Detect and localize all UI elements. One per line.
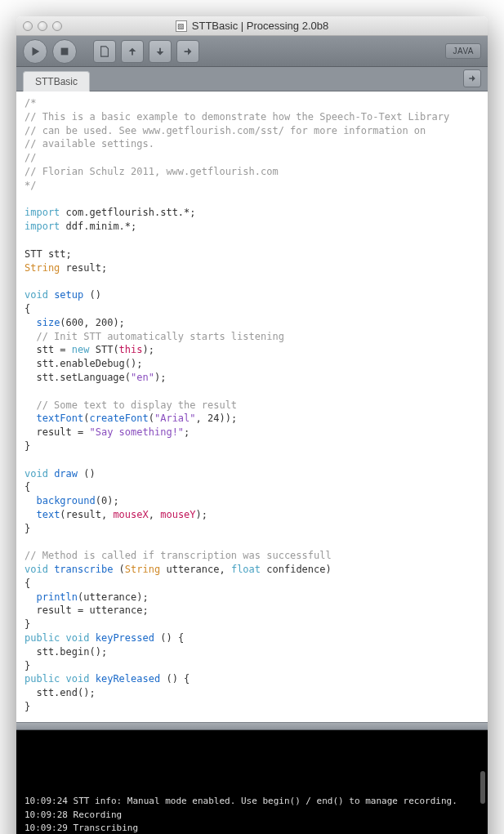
code-line[interactable] [25,385,479,399]
code-line[interactable]: result = utterance; [25,604,479,618]
pane-divider[interactable] [16,722,488,730]
close-window-icon[interactable] [23,21,33,31]
code-line[interactable]: stt.begin(); [25,645,479,659]
code-line[interactable]: // Florian Schulz 2011, www.getflourish.… [25,165,479,179]
tab-sttbasic[interactable]: STTBasic [23,71,90,91]
play-icon [29,46,41,57]
code-line[interactable]: STT stt; [25,248,479,261]
scrollbar-thumb[interactable] [480,771,485,804]
code-line[interactable] [25,193,479,207]
save-button[interactable] [149,40,172,63]
console-line: 10:09:24 STT info: Manual mode enabled. … [25,795,479,809]
new-button[interactable] [93,40,116,63]
titlebar[interactable]: ▧ STTBasic | Processing 2.0b8 [16,16,488,36]
code-line[interactable]: } [25,439,479,453]
minimize-window-icon[interactable] [38,21,47,31]
code-line[interactable]: // Some text to display the result [25,399,479,413]
code-line[interactable] [25,536,479,550]
export-button[interactable] [176,40,199,63]
code-line[interactable]: void setup () [25,288,479,302]
console-line: 10:09:29 Transcribing [25,822,479,834]
code-line[interactable]: // Method is called if transcription was… [25,549,479,563]
window-title: STTBasic | Processing 2.0b8 [192,20,328,32]
code-line[interactable]: import ddf.minim.*; [25,220,479,234]
code-line[interactable]: stt.end(); [25,686,479,700]
code-line[interactable]: { [25,480,479,494]
arrow-right-icon [467,74,477,83]
stop-icon [59,46,70,57]
stop-button[interactable] [52,39,77,64]
code-line[interactable]: println(utterance); [25,591,479,604]
code-line[interactable]: public void keyReleased () { [25,672,479,686]
run-button[interactable] [23,39,47,64]
code-line[interactable]: stt = new STT(this); [25,343,479,357]
code-line[interactable]: // This is a basic example to demonstrat… [25,110,479,124]
code-line[interactable]: } [25,659,479,673]
code-line[interactable]: // [25,151,479,165]
open-button[interactable] [121,40,144,63]
code-line[interactable]: import com.getflourish.stt.*; [25,206,479,220]
mode-selector[interactable]: JAVA [445,43,481,59]
code-line[interactable]: } [25,700,479,714]
zoom-window-icon[interactable] [52,21,62,31]
tab-strip: STTBasic [16,67,488,91]
code-line[interactable]: } [25,618,479,631]
code-line[interactable]: // can be used. See www.getflourish.com/… [25,124,479,138]
arrow-right-icon [182,46,194,57]
code-line[interactable]: String result; [25,261,479,275]
code-editor[interactable]: /*// This is a basic example to demonstr… [16,91,488,722]
code-line[interactable]: /* [25,96,479,110]
traffic-lights [23,21,62,31]
code-line[interactable]: stt.setLanguage("en"); [25,371,479,385]
code-line[interactable]: // Init STT automatically starts listeni… [25,330,479,344]
code-line[interactable]: { [25,577,479,591]
code-line[interactable]: { [25,302,479,316]
code-line[interactable] [25,453,479,467]
arrow-down-icon [154,46,166,57]
document-icon [99,46,110,57]
code-line[interactable]: background(0); [25,494,479,508]
svg-rect-0 [61,47,69,55]
code-line[interactable] [25,234,479,248]
code-line[interactable]: void transcribe (String utterance, float… [25,563,479,577]
code-line[interactable]: stt.enableDebug(); [25,357,479,371]
arrow-up-icon [127,46,138,57]
console-line: 10:09:28 Recording [25,809,479,823]
code-line[interactable]: result = "Say something!"; [25,426,479,439]
sketch-icon: ▧ [176,20,187,32]
code-line[interactable]: void draw () [25,467,479,481]
code-line[interactable]: // available settings. [25,137,479,151]
tab-menu-button[interactable] [463,69,481,87]
code-line[interactable]: public void keyPressed () { [25,631,479,645]
code-line[interactable]: textFont(createFont("Arial", 24)); [25,412,479,426]
console-output[interactable]: 10:09:24 STT info: Manual mode enabled. … [16,730,488,834]
code-line[interactable]: text(result, mouseX, mouseY); [25,508,479,522]
code-line[interactable]: */ [25,179,479,193]
processing-window: ▧ STTBasic | Processing 2.0b8 JAVA STTBa… [16,16,488,834]
code-line[interactable]: } [25,522,479,536]
code-line[interactable] [25,274,479,288]
code-line[interactable]: size(600, 200); [25,316,479,330]
toolbar: JAVA [16,36,488,67]
